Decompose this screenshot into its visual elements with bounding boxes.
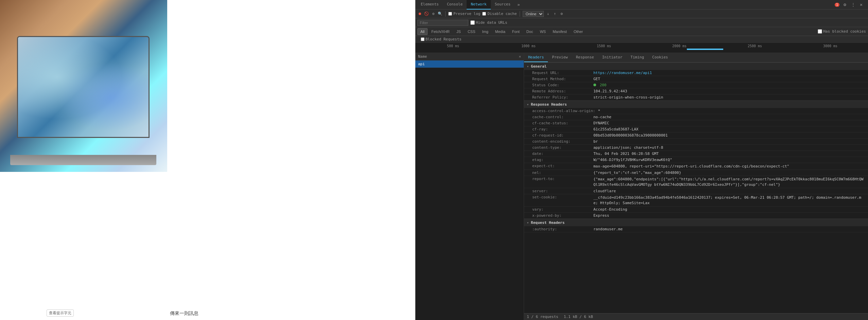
details-panel: Headers Preview Response Initiator Timin…: [524, 53, 868, 320]
requests-count: 1 / 6 requests: [527, 315, 558, 319]
laptop-screen: [17, 36, 150, 138]
details-tabs: Headers Preview Response Initiator Timin…: [524, 53, 868, 63]
detail-cf-request-id: cf-request-id: 08bd53d09b0000036878ca390…: [524, 132, 868, 139]
tab-preview[interactable]: Preview: [548, 53, 572, 62]
filter-fetch-xhr[interactable]: Fetch/XHR: [428, 28, 453, 35]
status-bar: 1 / 6 requests 1.1 kB / 6 kB: [524, 313, 868, 320]
search-icon[interactable]: 🔍: [438, 12, 442, 16]
hero-image: [0, 0, 167, 172]
has-blocked-cookies-checkbox[interactable]: [818, 29, 822, 34]
timeline-segment: [687, 49, 723, 50]
has-blocked-cookies-label[interactable]: Has blocked cookies: [818, 29, 866, 34]
request-list-close[interactable]: ✕: [519, 54, 521, 59]
detail-etag: etag: W/"466-DJf9y1fJVBHKurwKDRV3eawK6tQ…: [524, 157, 868, 163]
tab-headers[interactable]: Headers: [524, 53, 548, 62]
detail-request-url: Request URL: https://randomuser.me/api1: [524, 70, 868, 76]
detail-remote-address: Remote Address: 104.21.9.42:443: [524, 88, 868, 94]
tab-elements[interactable]: Elements: [417, 0, 443, 10]
filter-manifest[interactable]: Manifest: [550, 28, 570, 35]
devtools-panel: Elements Console Network Sources » 1 ⚙ ⋮…: [415, 0, 868, 320]
download-icon: ↓: [546, 12, 551, 16]
timeline-waterfall: [415, 47, 868, 51]
request-row-api[interactable]: api: [415, 60, 524, 68]
detail-request-method: Request Method: GET: [524, 76, 868, 82]
tab-initiator[interactable]: Initiator: [598, 53, 627, 62]
devtools-icons: 1 ⚙ ⋮ ✕: [835, 2, 867, 7]
blocked-requests-checkbox[interactable]: [421, 37, 424, 41]
notification-badge: 1: [835, 3, 839, 7]
filter-js[interactable]: JS: [453, 28, 464, 35]
laptop-base: [10, 155, 156, 165]
hide-data-urls-checkbox[interactable]: [470, 20, 475, 25]
message-text: 傳來一則訊息: [170, 310, 198, 317]
tab-network[interactable]: Network: [467, 0, 490, 10]
detail-referrer-policy: Referrer Policy: strict-origin-when-cros…: [524, 94, 868, 101]
throttle-select[interactable]: Online: [523, 11, 544, 17]
filter-all[interactable]: All: [417, 28, 428, 35]
detail-cf-cache-status: cf-cache-status: DYNAMIC: [524, 120, 868, 126]
filter-types-bar: All Fetch/XHR JS CSS Img Media Font Doc …: [415, 27, 868, 36]
request-list-header: Name ✕: [415, 53, 524, 60]
laptop-illustration: [10, 36, 156, 165]
detail-vary: vary: Accept-Encoding: [524, 207, 868, 213]
detail-authority: :authority: randomuser.me: [524, 226, 868, 232]
disable-cache-label[interactable]: Disable cache: [482, 12, 517, 16]
filter-img[interactable]: Img: [479, 28, 491, 35]
tab-cookies[interactable]: Cookies: [648, 53, 672, 62]
preserve-log-label[interactable]: Preserve log: [448, 12, 480, 16]
network-settings-icon[interactable]: ⚙: [559, 12, 564, 16]
detail-set-cookie: set-cookie: __cfduid=d149c23bb166ac383a4…: [524, 194, 868, 207]
hide-data-urls-label[interactable]: Hide data URLs: [470, 20, 507, 25]
more-icon[interactable]: ⋮: [850, 2, 856, 7]
filter-css[interactable]: CSS: [465, 28, 479, 35]
detail-nel: nel: {"report_to":"cf-nel","max_age":604…: [524, 170, 868, 176]
detail-content-encoding: content-encoding: br: [524, 139, 868, 145]
response-headers-section-header[interactable]: Response Headers: [524, 101, 868, 108]
toolbar-separator-2: [520, 11, 520, 17]
main-content: 傳來一則訊息 查看提示字元: [0, 0, 415, 320]
detail-x-powered-by: x-powered-by: Express: [524, 213, 868, 219]
request-name-api: api: [418, 62, 425, 66]
detail-report-to: report-to: {"max_age":604800,"endpoints"…: [524, 176, 868, 188]
preserve-log-checkbox[interactable]: [448, 12, 452, 16]
upload-icon: ↑: [553, 12, 557, 16]
filter-media[interactable]: Media: [492, 28, 508, 35]
filter-ws[interactable]: WS: [537, 28, 549, 35]
bottom-button[interactable]: 查看提示字元: [47, 309, 74, 317]
record-button[interactable]: ⏺: [417, 12, 422, 16]
request-list: Name ✕ api: [415, 53, 524, 320]
filter-input[interactable]: [417, 20, 468, 26]
filter-font[interactable]: Font: [509, 28, 523, 35]
request-headers-section-header[interactable]: Request Headers: [524, 219, 868, 226]
general-section-header[interactable]: General: [524, 63, 868, 70]
filter-icon[interactable]: ⚙: [431, 12, 436, 16]
detail-status-code: Status Code: 200: [524, 82, 868, 88]
blocked-requests-label[interactable]: Blocked Requests: [418, 37, 464, 41]
detail-cache-control: cache-control: no-cache: [524, 114, 868, 120]
devtools-topbar: Elements Console Network Sources » 1 ⚙ ⋮…: [415, 0, 868, 10]
detail-access-control: access-control-allow-origin: *: [524, 108, 868, 114]
detail-server: server: cloudflare: [524, 188, 868, 194]
detail-expect-ct: expect-ct: max-age=604800, report-uri="h…: [524, 163, 868, 170]
filter-doc[interactable]: Doc: [523, 28, 536, 35]
toolbar-separator-1: [445, 11, 446, 17]
filter-bar: Hide data URLs: [415, 18, 868, 27]
detail-content-type: content-type: application/json; charset=…: [524, 145, 868, 151]
settings-icon[interactable]: ⚙: [842, 2, 848, 7]
network-toolbar: ⏺ 🚫 ⚙ 🔍 Preserve log Disable cache Onlin…: [415, 10, 868, 18]
details-content[interactable]: General Request URL: https://randomuser.…: [524, 63, 868, 313]
tab-sources[interactable]: Sources: [491, 0, 515, 10]
disable-cache-checkbox[interactable]: [482, 12, 486, 16]
timeline-bar: 500 ms 1000 ms 1500 ms 2000 ms 2500 ms 3…: [415, 43, 868, 53]
network-main: Name ✕ api Headers Preview Response Init…: [415, 53, 868, 320]
detail-cf-ray: cf-ray: 61c255a5cda83687-LAX: [524, 126, 868, 132]
tab-timing[interactable]: Timing: [626, 53, 648, 62]
clear-button[interactable]: 🚫: [424, 12, 429, 16]
detail-date: date: Thu, 04 Feb 2021 06:28:58 GMT: [524, 151, 868, 157]
filter-other[interactable]: Other: [571, 28, 586, 35]
tab-response[interactable]: Response: [572, 53, 598, 62]
status-dot: [593, 84, 596, 86]
tab-more[interactable]: »: [515, 2, 523, 7]
tab-console[interactable]: Console: [443, 0, 467, 10]
close-icon[interactable]: ✕: [858, 2, 864, 7]
